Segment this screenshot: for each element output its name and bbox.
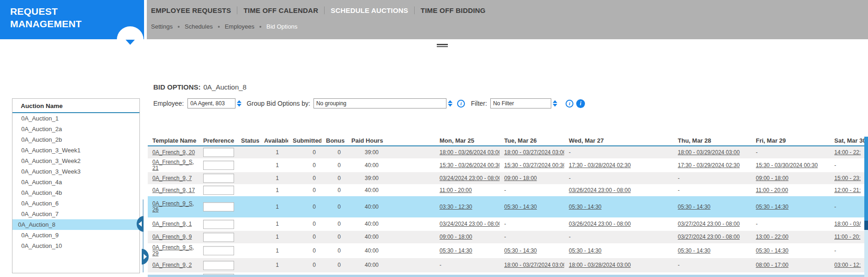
bid-time-link[interactable]: 18:00 - 03/27/2024 03:00 xyxy=(504,150,564,156)
bid-time-link[interactable]: 05:30 - 14:30 xyxy=(504,248,537,254)
bid-time-link[interactable]: 03/27/2024 23:00 - 08:00 xyxy=(678,234,740,240)
bid-time-link[interactable]: 03/26/2024 23:00 - 08:00 xyxy=(569,187,631,193)
template-name-link[interactable]: 0A_French_9, 9 xyxy=(152,234,192,240)
bid-time-link[interactable]: 05:30 - 14:30 xyxy=(678,248,711,254)
filter-input[interactable] xyxy=(490,98,551,108)
horizontal-scrollbar[interactable] xyxy=(148,275,864,277)
bid-time-link[interactable]: 12:00 - 21: xyxy=(834,187,861,193)
subnav-item-schedules[interactable]: Schedules xyxy=(185,23,213,30)
template-name-link[interactable]: 0A_French_9_S, 26 xyxy=(152,201,194,213)
group-info-icon[interactable]: i xyxy=(457,100,465,108)
template-name-link[interactable]: 0A_French_9, 1 xyxy=(152,221,192,227)
auction-list-item[interactable]: 0A_Auction_3_Week2 xyxy=(12,156,139,166)
table-row: 0A_French_9_S, 2910040:0005:30 - 14:3005… xyxy=(148,243,864,258)
template-name-link[interactable]: 0A_French_9, 7 xyxy=(152,175,192,181)
preference-input[interactable] xyxy=(203,261,234,270)
bid-time-link[interactable]: 15:30 - 03/26/2024 00:30 xyxy=(440,163,500,169)
tab-schedule-auctions[interactable]: SCHEDULE AUCTIONS xyxy=(331,6,408,14)
vertical-scrollbar-thumb[interactable] xyxy=(864,137,868,221)
day-empty-value: - xyxy=(504,234,506,240)
vertical-scrollbar[interactable] xyxy=(864,137,868,277)
auction-list-item[interactable]: 0A_Auction_4a xyxy=(12,177,139,187)
bid-time-link[interactable]: 17:30 - 03/29/2024 02:30 xyxy=(678,163,740,169)
collapse-panel-button[interactable] xyxy=(137,216,144,232)
template-name-link[interactable]: 0A_French_9, 2 xyxy=(152,262,192,268)
bid-time-link[interactable]: 11:00 - 20:00 xyxy=(440,187,472,193)
auction-list-item[interactable]: 0A_Auction_8 xyxy=(12,219,139,230)
bid-time-link[interactable]: 09:00 - 18:00 xyxy=(440,234,472,240)
template-name-link[interactable]: 0A_French_9, 17 xyxy=(152,187,195,193)
expand-panel-button[interactable] xyxy=(142,249,149,265)
tab-time-off-bidding[interactable]: TIME OFF BIDDING xyxy=(421,6,486,14)
bid-time-link[interactable]: 05:30 - 14:30 xyxy=(440,248,472,254)
bid-time-link[interactable]: 05:30 - 14:30 xyxy=(504,204,537,210)
bid-time-link[interactable]: 03:30 - 12:30 xyxy=(440,204,472,210)
resize-handle-icon[interactable] xyxy=(437,44,448,47)
bid-time-link[interactable]: 05:30 - 14:30 xyxy=(569,204,602,210)
bid-time-link[interactable]: 09:00 - 18:00 xyxy=(756,175,789,181)
preference-input[interactable] xyxy=(203,148,234,157)
bid-time-link[interactable]: 18:00 - 03/28/2024 03:00 xyxy=(569,262,631,268)
bid-time-link[interactable]: 05:30 - 14:30 xyxy=(756,204,789,210)
preference-input[interactable] xyxy=(203,202,234,211)
template-name-link[interactable]: 0A_French_9, 20 xyxy=(152,150,195,156)
tab-employee-requests[interactable]: EMPLOYEE REQUESTS xyxy=(151,6,231,14)
filter-info-icon[interactable]: i xyxy=(566,100,573,108)
preference-input[interactable] xyxy=(203,186,234,195)
preference-input[interactable] xyxy=(203,233,234,242)
bid-time-link[interactable]: 13:00 - 22:00 xyxy=(756,234,789,240)
bid-time-link[interactable]: 15:00 - 23: xyxy=(834,175,861,181)
table-body: 0A_French_9, 2010039:0018:00 - 03/26/202… xyxy=(148,146,864,277)
bid-time-link[interactable]: 14:00 - 22: xyxy=(834,150,861,156)
employee-spinner-icon[interactable] xyxy=(237,100,241,107)
bid-time-link[interactable]: 03/24/2024 23:00 - 08:00 xyxy=(440,175,500,181)
template-name-link[interactable]: 0A_French_9_S, 29 xyxy=(152,245,194,257)
vertical-scrollbar-segment xyxy=(864,221,868,230)
bid-time-link[interactable]: 09:00 - 18:00 xyxy=(504,175,537,181)
auction-list-item[interactable]: 0A_Auction_9 xyxy=(12,230,139,241)
auction-list-item[interactable]: 0A_Auction_3_Week3 xyxy=(12,166,139,177)
auction-list-item[interactable]: 0A_Auction_7 xyxy=(12,209,139,219)
subnav-item-employees[interactable]: Employees xyxy=(225,23,254,30)
preference-input[interactable] xyxy=(203,246,234,255)
auction-list-item[interactable]: 0A_Auction_2b xyxy=(12,134,139,145)
auction-list-item[interactable]: 0A_Auction_6 xyxy=(12,198,139,209)
tab-time-off-calendar[interactable]: TIME OFF CALENDAR xyxy=(243,6,318,14)
bid-time-link[interactable]: 18:00 - 03/ xyxy=(834,221,861,227)
bid-time-link[interactable]: 11:00 - 20: xyxy=(834,234,860,240)
auction-list-item[interactable]: 0A_Auction_3_Week1 xyxy=(12,145,139,156)
bid-time-link[interactable]: 03/27/2024 23:00 - 08:00 xyxy=(678,221,740,227)
subnav-item-settings[interactable]: Settings xyxy=(151,23,173,30)
bid-time-link[interactable]: 05:30 - 14:30 xyxy=(678,204,711,210)
column-header-mon-mar-25: Mon, Mar 25 xyxy=(435,137,500,145)
preference-input[interactable] xyxy=(203,161,234,170)
group-by-input[interactable] xyxy=(313,98,446,108)
bid-time-link[interactable]: 18:00 - 03/29/2024 03:00 xyxy=(678,150,740,156)
auction-list-item[interactable]: 0A_Auction_2a xyxy=(12,124,139,134)
filter-spinner-icon[interactable] xyxy=(553,100,557,107)
auction-list-item[interactable]: 0A_Auction_1 xyxy=(12,113,139,124)
employee-label: Employee: xyxy=(153,100,184,107)
preference-input[interactable] xyxy=(203,174,234,183)
auction-list-item[interactable]: 0A_Auction_10 xyxy=(12,241,139,251)
employee-input[interactable] xyxy=(187,98,235,108)
bid-time-link[interactable]: 18:00 - 03/27/2024 03:00 xyxy=(504,262,564,268)
subnav-item-bid-options[interactable]: Bid Options xyxy=(266,23,297,30)
bid-time-link[interactable]: 18:00 - 03/26/2024 03:00 xyxy=(440,150,500,156)
chevron-down-icon[interactable] xyxy=(126,40,135,45)
bid-time-link[interactable]: 15:30 - 03/30/2024 00:30 xyxy=(756,163,818,169)
bid-time-link[interactable]: 03:00 - 12: xyxy=(834,262,861,268)
bid-time-link[interactable]: 03/26/2024 23:00 - 08:00 xyxy=(569,221,631,227)
bid-time-link[interactable]: 11:00 - 20:00 xyxy=(756,187,788,193)
bid-time-link[interactable]: 05:30 - 14:30 xyxy=(569,248,602,254)
help-info-icon[interactable]: i xyxy=(576,99,585,108)
preference-input[interactable] xyxy=(203,220,234,229)
bid-time-link[interactable]: 05:30 - 14:30 xyxy=(756,248,789,254)
bid-time-link[interactable]: 03/24/2024 23:00 - 08:00 xyxy=(440,221,500,227)
group-by-spinner-icon[interactable] xyxy=(448,100,452,107)
template-name-link[interactable]: 0A_French_9_S, 21 xyxy=(152,159,194,171)
bid-time-link[interactable]: 17:30 - 03/28/2024 02:30 xyxy=(569,163,631,169)
bid-time-link[interactable]: 15:30 - 03/27/2024 00:30 xyxy=(504,163,564,169)
bid-time-link[interactable]: 08:00 - 17:00 xyxy=(756,262,789,268)
auction-list-item[interactable]: 0A_Auction_4b xyxy=(12,187,139,198)
